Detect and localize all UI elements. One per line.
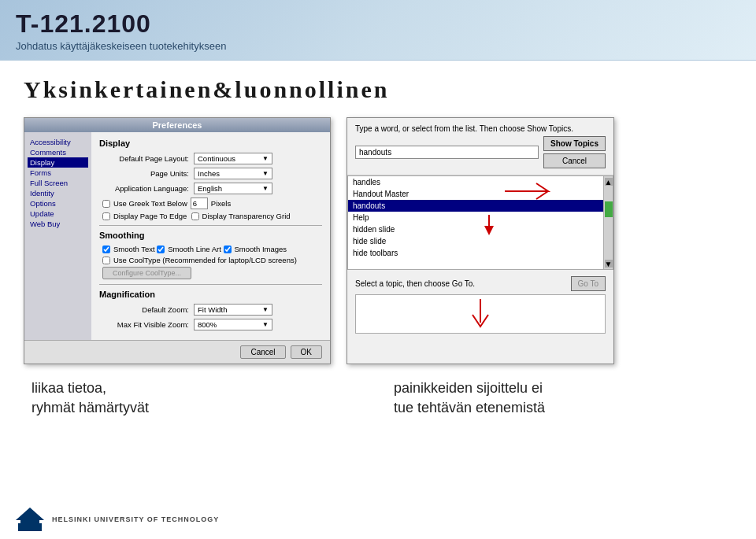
greek-text-label: Use Greek Text Below	[113, 199, 187, 208]
help-bottom: Select a topic, then choose Go To. Go To	[347, 270, 613, 340]
smooth-text-label: Smooth Text	[113, 245, 155, 253]
prefs-cancel-btn[interactable]: Cancel	[240, 345, 285, 359]
sidebar-item-webbuy[interactable]: Web Buy	[28, 219, 88, 229]
show-topics-button[interactable]: Show Topics	[543, 136, 606, 151]
list-item-hide-slide[interactable]: hide slide	[348, 235, 603, 247]
cooltype-checkbox[interactable]	[102, 257, 110, 264]
help-output-area	[355, 294, 606, 334]
goto-arrow	[469, 299, 492, 330]
app-language-arrow: ▼	[262, 185, 269, 192]
smooth-line-checkbox[interactable]	[157, 246, 165, 253]
page-units-value: Inches	[198, 169, 220, 178]
app-language-row: Application Language: English ▼	[99, 183, 322, 194]
goto-btn[interactable]: Go To	[571, 276, 606, 291]
smooth-line-label: Smooth Line Art	[168, 245, 221, 253]
smooth-text-checkbox[interactable]	[102, 246, 110, 253]
left-caption: liikaa tietoa, ryhmät hämärtyvät	[24, 378, 331, 418]
prefs-body: Accessibility Comments Display Forms Ful…	[24, 132, 330, 340]
smooth-images-checkbox[interactable]	[224, 246, 232, 253]
help-scrollbar[interactable]: ▲ ▼	[603, 176, 613, 269]
display-section-title: Display	[99, 138, 322, 148]
pixels-label: Pixels	[211, 199, 231, 208]
sidebar-item-comments[interactable]: Comments	[28, 147, 88, 157]
left-caption-line2: ryhmät hämärtyvät	[32, 398, 331, 418]
logo-roof	[16, 508, 44, 520]
display-transparency-checkbox[interactable]	[191, 212, 199, 220]
page-layout-dropdown[interactable]: Continuous ▼	[194, 153, 272, 164]
list-item-hidden-slide[interactable]: hidden slide	[348, 223, 603, 235]
smoothing-section-title: Smoothing	[99, 231, 322, 240]
default-zoom-dropdown[interactable]: Fit Width ▼	[194, 304, 272, 316]
right-caption-line2: tue tehtävän etenemistä	[394, 398, 654, 418]
help-cancel-btn[interactable]: Cancel	[543, 153, 606, 168]
list-item-handles[interactable]: handles	[348, 176, 603, 188]
configure-cooltype-btn[interactable]: Configure CoolType...	[102, 267, 191, 279]
default-zoom-arrow: ▼	[262, 306, 269, 313]
sidebar-item-options[interactable]: Options	[28, 198, 88, 209]
screenshots-row: Preferences Accessibility Comments Displ…	[24, 117, 732, 364]
greek-text-row: Use Greek Text Below Pixels	[99, 198, 322, 209]
prefs-content: Display Default Page Layout: Continuous …	[91, 132, 330, 340]
display-transparency-label: Display Transparency Grid	[202, 212, 291, 220]
right-caption: painikkeiden sijoittelu ei tue tehtävän …	[386, 378, 654, 418]
max-fit-dropdown[interactable]: 800% ▼	[194, 319, 272, 330]
page-units-arrow: ▼	[262, 170, 269, 177]
help-search-input[interactable]	[355, 146, 539, 159]
sidebar-item-display[interactable]: Display	[28, 157, 88, 168]
scroll-down-btn[interactable]: ▼	[605, 260, 613, 268]
main-content: Yksinkertainen&luonnollinen Preferences …	[0, 61, 756, 426]
header-subtitle: Johdatus käyttäjäkeskeiseen tuotekehityk…	[16, 40, 740, 52]
prefs-footer: Cancel OK	[24, 340, 330, 364]
page-units-dropdown[interactable]: Inches ▼	[194, 168, 272, 179]
help-bottom-text: Select a topic, then choose Go To.	[355, 279, 475, 288]
cooltype-row: Use CoolType (Recommended for laptop/LCD…	[99, 256, 322, 264]
list-item-handouts[interactable]: handouts	[348, 200, 603, 212]
captions-row: liikaa tietoa, ryhmät hämärtyvät painikk…	[24, 378, 732, 418]
sidebar-item-fullscreen[interactable]: Full Screen	[28, 178, 88, 188]
smooth-row: Smooth Text Smooth Line Art Smooth Image…	[99, 245, 322, 253]
greek-text-checkbox[interactable]	[102, 200, 110, 208]
list-item-handout-master[interactable]: Handout Master	[348, 188, 603, 200]
page-layout-value: Continuous	[198, 154, 235, 163]
sidebar-item-forms[interactable]: Forms	[28, 168, 88, 178]
list-item-hide-toolbars[interactable]: hide toolbars	[348, 247, 603, 259]
display-page-edge-row: Display Page To Edge Display Transparenc…	[99, 212, 322, 220]
page-layout-row: Default Page Layout: Continuous ▼	[99, 153, 322, 164]
default-zoom-label: Default Zoom:	[99, 305, 194, 314]
help-instruction: Type a word, or select from the list. Th…	[355, 124, 606, 133]
prefs-titlebar: Preferences	[24, 118, 330, 132]
preferences-dialog: Preferences Accessibility Comments Displ…	[24, 117, 331, 364]
sidebar-item-identity[interactable]: Identity	[28, 188, 88, 198]
prefs-sidebar: Accessibility Comments Display Forms Ful…	[24, 132, 91, 340]
app-language-dropdown[interactable]: English ▼	[194, 183, 272, 194]
greek-pixels-input[interactable]	[191, 198, 208, 209]
left-caption-line1: liikaa tietoa,	[32, 378, 331, 398]
default-zoom-row: Default Zoom: Fit Width ▼	[99, 304, 322, 316]
smooth-images-label: Smooth Images	[235, 245, 287, 253]
university-logo	[16, 508, 44, 531]
sidebar-item-accessibility[interactable]: Accessibility	[28, 137, 88, 147]
page-units-label: Page Units:	[99, 169, 194, 178]
page-units-row: Page Units: Inches ▼	[99, 168, 322, 179]
header-title: T-121.2100	[16, 9, 740, 39]
cooltype-label: Use CoolType (Recommended for laptop/LCD…	[113, 256, 297, 264]
max-fit-row: Max Fit Visible Zoom: 800% ▼	[99, 319, 322, 330]
page-layout-label: Default Page Layout:	[99, 154, 194, 163]
page-layout-arrow: ▼	[262, 155, 269, 162]
sidebar-item-update[interactable]: Update	[28, 209, 88, 219]
display-page-edge-checkbox[interactable]	[102, 212, 110, 220]
help-list-container: handles Handout Master handouts Help hid…	[347, 175, 613, 270]
help-bottom-row: Select a topic, then choose Go To. Go To	[355, 276, 606, 291]
default-zoom-value: Fit Width	[198, 305, 227, 314]
right-caption-line1: painikkeiden sijoittelu ei	[394, 378, 654, 398]
caption-spacer	[346, 378, 370, 418]
help-list-area: handles Handout Master handouts Help hid…	[347, 175, 613, 270]
logo-base	[18, 523, 42, 531]
list-item-help[interactable]: Help	[348, 212, 603, 223]
scroll-up-btn[interactable]: ▲	[605, 178, 613, 186]
help-dialog: Type a word, or select from the list. Th…	[346, 117, 614, 364]
scroll-thumb[interactable]	[605, 201, 613, 217]
page-heading: Yksinkertainen&luonnollinen	[24, 76, 732, 103]
prefs-ok-btn[interactable]: OK	[291, 345, 322, 359]
header: T-121.2100 Johdatus käyttäjäkeskeiseen t…	[0, 0, 756, 61]
